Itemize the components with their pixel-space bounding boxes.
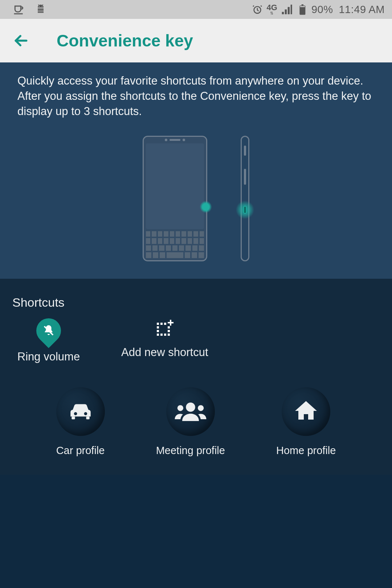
svg-rect-3: [38, 12, 44, 13]
svg-rect-24: [168, 326, 170, 328]
profile-home[interactable]: Home profile: [276, 387, 336, 457]
bell-mute-icon: [31, 313, 66, 348]
add-shortcut-label: Add new shortcut: [121, 346, 208, 359]
add-new-shortcut[interactable]: Add new shortcut: [121, 318, 208, 363]
back-arrow-icon[interactable]: [13, 33, 29, 49]
android-icon: [35, 4, 46, 15]
profile-car[interactable]: Car profile: [56, 387, 105, 457]
svg-rect-23: [168, 330, 170, 332]
profile-label: Meeting profile: [156, 445, 225, 457]
svg-rect-22: [168, 334, 170, 336]
add-square-icon: [155, 318, 175, 339]
page-title: Convenience key: [57, 31, 193, 50]
shortcuts-section: Shortcuts Ring volume Add new: [0, 279, 392, 475]
svg-point-32: [177, 405, 183, 411]
clock-time: 11:49 AM: [339, 4, 385, 16]
svg-rect-29: [72, 416, 75, 419]
shortcut-ring-volume[interactable]: Ring volume: [12, 318, 85, 363]
svg-rect-19: [157, 334, 159, 336]
home-icon: [293, 398, 319, 425]
svg-rect-26: [168, 322, 173, 323]
car-icon: [67, 397, 94, 426]
status-bar: 4G ⇅ 90% 11:49 AM: [0, 0, 392, 19]
svg-rect-10: [302, 4, 303, 5]
people-icon: [174, 397, 207, 426]
svg-point-33: [198, 405, 204, 411]
svg-point-31: [186, 403, 195, 412]
svg-rect-30: [86, 416, 89, 419]
alarm-icon: [252, 4, 263, 15]
profile-label: Car profile: [56, 445, 105, 457]
intro-section: Quickly access your favorite shortcuts f…: [0, 62, 392, 279]
svg-line-6: [38, 5, 39, 6]
svg-rect-11: [300, 6, 305, 7]
intro-text: Quickly access your favorite shortcuts f…: [17, 73, 375, 119]
svg-rect-16: [164, 323, 166, 325]
svg-rect-20: [160, 334, 163, 336]
network-label: 4G ⇅: [267, 4, 277, 15]
phone-illustration: [138, 136, 254, 263]
signal-icon: [281, 4, 293, 15]
shortcuts-heading: Shortcuts: [12, 295, 380, 310]
svg-point-4: [39, 6, 40, 7]
svg-rect-21: [164, 334, 166, 336]
coffee-icon: [13, 4, 25, 15]
svg-point-27: [74, 412, 77, 415]
svg-rect-14: [157, 323, 159, 325]
svg-point-5: [42, 6, 42, 7]
svg-rect-15: [160, 323, 163, 325]
svg-line-7: [42, 5, 43, 6]
shortcut-label: Ring volume: [17, 350, 80, 363]
battery-icon: [296, 4, 308, 15]
app-header: Convenience key: [0, 19, 392, 62]
profile-meeting[interactable]: Meeting profile: [156, 387, 225, 457]
svg-point-28: [84, 412, 87, 415]
svg-rect-18: [157, 330, 159, 332]
svg-rect-17: [157, 326, 159, 328]
profile-label: Home profile: [276, 445, 336, 457]
svg-rect-2: [38, 11, 44, 12]
svg-rect-1: [38, 8, 44, 10]
battery-percent: 90%: [311, 4, 333, 16]
